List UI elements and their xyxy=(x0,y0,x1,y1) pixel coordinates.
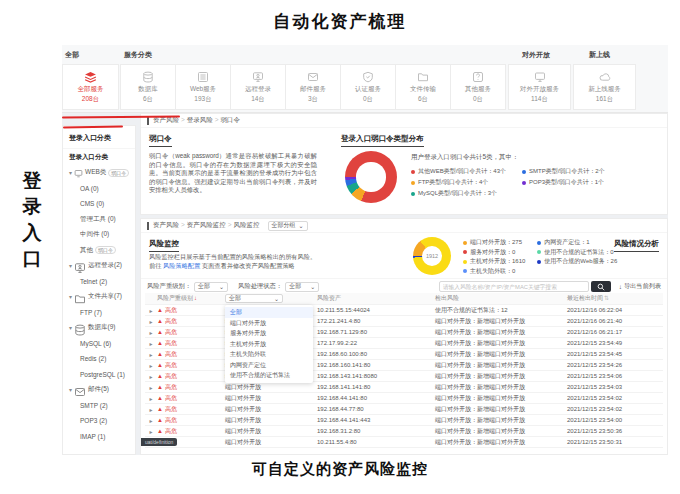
row-expand-icon[interactable]: ▸ xyxy=(145,318,157,325)
sidebar-item[interactable]: FTP (7) xyxy=(63,305,135,321)
sidebar-item[interactable]: POP3 (2) xyxy=(63,413,135,429)
breadcrumb-item[interactable]: 弱口令 xyxy=(221,116,241,123)
service-card-label: 其他服务 xyxy=(465,85,491,94)
dropdown-option[interactable]: 使用不合规的证书算法 xyxy=(225,370,313,381)
table-row[interactable]: ▸▲高危端口对外开放192.168.71.129:80端口对外开放：新增端口对外… xyxy=(145,327,663,338)
service-card[interactable]: 数据库6台 xyxy=(120,64,176,110)
sidebar-item[interactable]: IMAP (1) xyxy=(63,429,135,445)
search-button[interactable] xyxy=(591,281,611,292)
row-expand-icon[interactable]: ▸ xyxy=(145,329,157,336)
cell-time: 2021/12/16 06:21:17 xyxy=(567,329,663,335)
tree-expand-icon[interactable]: ▾ xyxy=(69,324,72,331)
table-row[interactable]: ▸▲高危端口对外开放192.168.44.141:443端口对外开放：新增端口对… xyxy=(145,415,663,426)
sidebar-item[interactable]: OA (0) xyxy=(63,181,135,197)
breadcrumb-item[interactable]: 登录风险 xyxy=(187,116,213,123)
sidebar-item[interactable]: MySQL (6) xyxy=(63,336,135,352)
row-expand-icon[interactable]: ▸ xyxy=(145,373,157,380)
row-expand-icon[interactable]: ▸ xyxy=(145,417,157,424)
tree-expand-icon[interactable]: ▾ xyxy=(69,386,72,393)
sidebar-item[interactable]: Redis (2) xyxy=(63,351,135,367)
risk-search-input[interactable] xyxy=(439,281,589,292)
filter-select[interactable]: 全部⌄ xyxy=(194,282,228,292)
row-expand-icon[interactable]: ▸ xyxy=(145,406,157,413)
breadcrumb-item[interactable]: 资产风险监控 xyxy=(187,221,226,228)
table-row[interactable]: ▸▲高危端口对外开放172.17.99.2:22端口对外开放：新增端口对外开放2… xyxy=(145,338,663,349)
service-card[interactable]: 邮件服务3台 xyxy=(285,64,341,110)
sidebar-item[interactable]: 中间件 (0) xyxy=(63,227,135,243)
sidebar-item[interactable]: ▾邮件(5) xyxy=(63,382,135,398)
cell-asset: 192.168.60.100:80 xyxy=(317,351,435,357)
sidebar-item[interactable]: Telnet (2) xyxy=(63,274,135,290)
table-row[interactable]: ▸▲高危端口对外开放192.168.31.2:80端口对外开放：新增端口对外开放… xyxy=(145,426,663,437)
sidebar-tab-login-entry[interactable]: 登录入口分类 xyxy=(63,126,135,148)
service-card[interactable]: 其他服务0台 xyxy=(450,64,506,110)
weak-password-donut-chart xyxy=(345,151,397,203)
sidebar-item[interactable]: ▾文件共享(7) xyxy=(63,289,135,305)
table-row[interactable]: ▸▲高危端口对外开放192.168.44.77:80端口对外开放：新增端口对外开… xyxy=(145,404,663,415)
legend-label: 服务对外开放：0 xyxy=(470,248,515,257)
sidebar-item[interactable]: ▾远程登录(2) xyxy=(63,258,135,274)
service-card-count: 208台 xyxy=(82,95,99,104)
table-row[interactable]: ▸▲高危端口对外开放192.168.44.141:80端口对外开放：新增端口对外… xyxy=(145,393,663,404)
dropdown-option[interactable]: 服务对外开放 xyxy=(225,328,313,339)
table-row[interactable]: ▸▲高危合规类风险10.211.55.15:44024使用不合规的证书算法：12… xyxy=(145,305,663,316)
tree-expand-icon[interactable]: ▾ xyxy=(69,262,72,269)
risk-type-select[interactable]: 全部⌄ xyxy=(225,294,283,303)
sidebar-item[interactable]: 管理工具 (0) xyxy=(63,212,135,228)
dropdown-option[interactable]: 主机失陷外联 xyxy=(225,349,313,360)
cell-risk: 端口对外开放：新增端口对外开放 xyxy=(435,361,567,370)
col-severity[interactable]: 风险严重级别↓ xyxy=(157,294,225,303)
sidebar-item[interactable]: PostgreSQL (1) xyxy=(63,367,135,383)
sidebar-item[interactable]: CMS (0) xyxy=(63,196,135,212)
table-row[interactable]: ▸▲高危端口对外开放192.168.160.141:80端口对外开放：新增端口对… xyxy=(145,360,663,371)
row-expand-icon[interactable]: ▸ xyxy=(145,428,157,435)
sidebar-item[interactable]: 其他弱口令 xyxy=(63,243,135,259)
service-card[interactable]: 远程登录14台 xyxy=(230,64,286,110)
row-expand-icon[interactable]: ▸ xyxy=(145,351,157,358)
service-card-count: 3台 xyxy=(308,95,318,104)
service-card-count: 193台 xyxy=(194,95,211,104)
weak-password-description: 弱口令（weak password）通常是容易被破解工具暴力破解的口令信息。弱口… xyxy=(149,152,317,195)
filter-select[interactable]: 全部⌄ xyxy=(285,282,319,292)
breadcrumb-item[interactable]: 资产风险 xyxy=(153,221,179,228)
tree-expand-icon[interactable]: ▾ xyxy=(69,293,72,300)
dropdown-option[interactable]: 主机对外开放 xyxy=(225,339,313,350)
severity-badge: ▲高危 xyxy=(157,317,225,326)
sidebar-item[interactable]: ▾WEB类弱口令 xyxy=(63,165,135,181)
dropdown-option[interactable]: 内网资产定位 xyxy=(225,360,313,371)
row-expand-icon[interactable]: ▸ xyxy=(145,340,157,347)
table-row[interactable]: ▸▲高危端口对外开放192.168.143.141:8080端口对外开放：新增端… xyxy=(145,371,663,382)
warning-triangle-icon: ▲ xyxy=(157,307,163,313)
table-row[interactable]: ▸▲高危端口对外开放192.168.141.141:80端口对外开放：新增端口对… xyxy=(145,382,663,393)
sidebar-item[interactable]: SMTP (2) xyxy=(63,398,135,414)
service-card[interactable]: 认证服务0台 xyxy=(340,64,396,110)
service-card[interactable]: 文件传输6台 xyxy=(395,64,451,110)
table-row[interactable]: ▸▲高危端口对外开放10.211.55.4:80端口对外开放：新增端口对外开放2… xyxy=(145,437,663,448)
tree-expand-icon[interactable]: ▾ xyxy=(69,169,72,176)
cell-asset: 192.168.31.2:80 xyxy=(317,428,435,434)
row-expand-icon[interactable]: ▸ xyxy=(145,384,157,391)
export-list-button[interactable]: ↓ 导出当前列表 xyxy=(619,282,661,291)
service-card[interactable]: 对外开放服务114台 xyxy=(508,64,571,110)
sort-desc-icon[interactable]: ↓ xyxy=(194,295,197,301)
legend-item: 其他WEB类型/弱口令共计：43个 xyxy=(411,166,506,177)
sort-icon[interactable]: ⇅ xyxy=(604,295,609,301)
row-expand-icon[interactable]: ▸ xyxy=(145,362,157,369)
service-card-count: 0台 xyxy=(473,95,483,104)
col-time[interactable]: 最近检出时间⇅ xyxy=(567,294,663,303)
service-card[interactable]: 新上线服务161台 xyxy=(573,64,636,110)
service-card[interactable]: Web服务193台 xyxy=(175,64,231,110)
dropdown-option[interactable]: 全部 xyxy=(225,307,313,318)
row-expand-icon[interactable]: ▸ xyxy=(145,395,157,402)
breadcrumb-item[interactable]: 风险监控 xyxy=(234,221,260,228)
dropdown-option[interactable]: 端口对外开放 xyxy=(225,318,313,329)
sidebar-item[interactable]: ▾数据库(9) xyxy=(63,320,135,336)
cell-time: 2021/12/15 23:54:06 xyxy=(567,373,663,379)
table-row[interactable]: ▸▲高危端口对外开放192.168.60.100:80端口对外开放：新增端口对外… xyxy=(145,349,663,360)
asset-scope-select[interactable]: 全部分组 ⌄ xyxy=(268,221,308,231)
table-row[interactable]: ▸▲高危端口对外开放172.21.241.4:80端口对外开放：新增端口对外开放… xyxy=(145,316,663,327)
service-card[interactable]: 全部服务208台 xyxy=(62,64,119,110)
cell-asset: 192.168.141.141:80 xyxy=(317,384,435,390)
row-expand-icon[interactable]: ▸ xyxy=(145,307,157,314)
risk-policy-config-link[interactable]: 风险策略配置 xyxy=(163,262,200,269)
